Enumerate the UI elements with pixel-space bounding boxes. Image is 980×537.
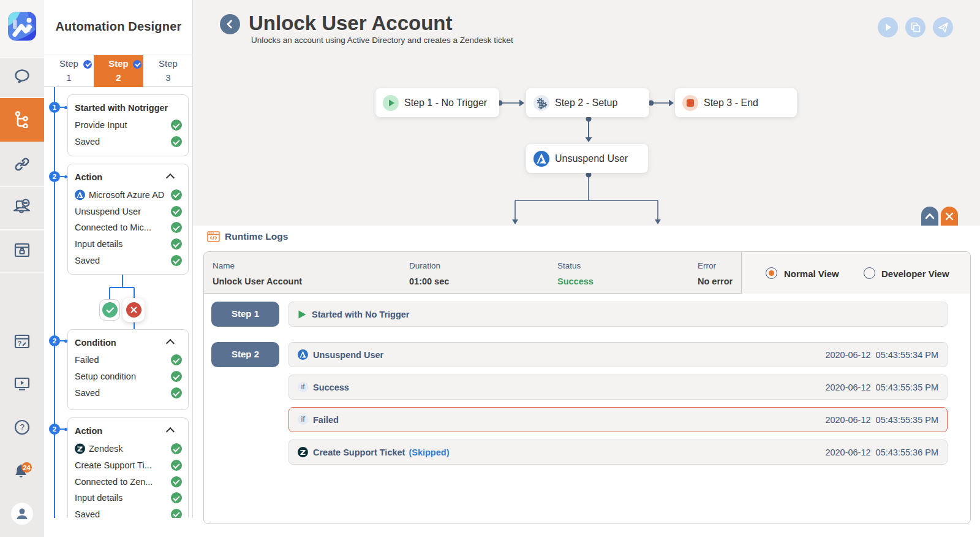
svg-text:?: ? (20, 422, 24, 432)
svg-text:24: 24 (23, 464, 31, 471)
svg-text:?: ? (18, 340, 21, 347)
